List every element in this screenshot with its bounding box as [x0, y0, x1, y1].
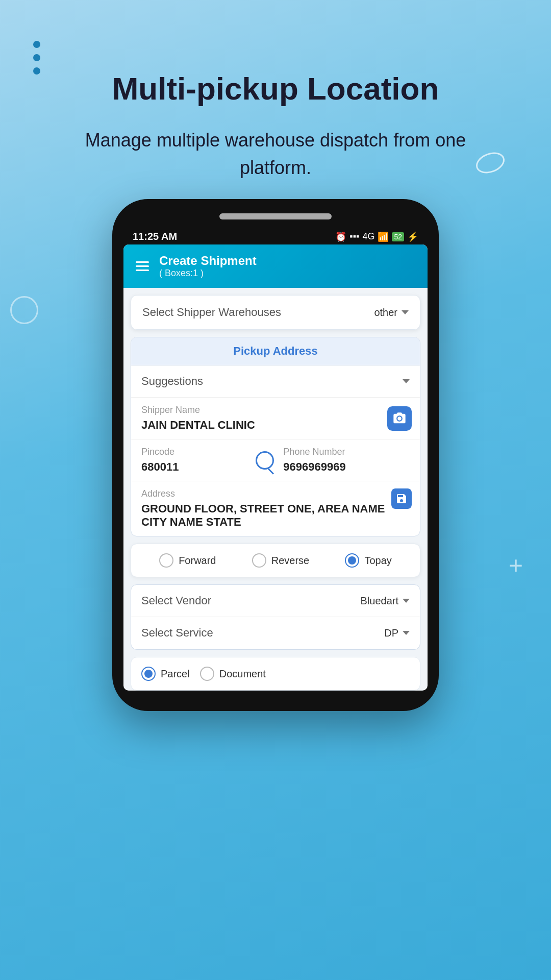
status-icons: ⏰ ▪▪▪ 4G 📶 52 ⚡: [335, 231, 418, 242]
address-value[interactable]: GROUND FLOOR, STREET ONE, AREA NAME CITY…: [141, 502, 410, 529]
phone-number-value[interactable]: 9696969969: [283, 460, 410, 474]
plus-decoration: +: [509, 551, 523, 579]
forward-option[interactable]: Forward: [159, 553, 216, 568]
suggestions-label: Suggestions: [141, 375, 203, 388]
battery-indicator: 52: [392, 232, 404, 241]
document-radio[interactable]: [200, 667, 214, 681]
reverse-option[interactable]: Reverse: [252, 553, 309, 568]
phone-block: Phone Number 9696969969: [283, 447, 410, 474]
search-icon[interactable]: [256, 451, 274, 470]
parcel-radio-fill: [144, 670, 153, 678]
camera-button[interactable]: [387, 406, 412, 431]
topay-option[interactable]: Topay: [345, 553, 391, 568]
pickup-address-section: Pickup Address Suggestions Shipper Name …: [131, 337, 420, 536]
page-title: Multi-pickup Location: [0, 71, 551, 106]
shipper-name-value: JAIN DENTAL CLINIC: [141, 419, 410, 432]
status-time: 11:25 AM: [133, 231, 177, 242]
header-title: Create Shipment: [159, 254, 257, 268]
alarm-icon: ⏰: [335, 231, 346, 242]
vendor-row[interactable]: Select Vendor Bluedart: [131, 585, 420, 617]
pincode-value[interactable]: 680011: [141, 460, 246, 474]
warehouse-select-value: other: [374, 307, 409, 318]
signal-icon: 4G: [362, 231, 374, 242]
topay-radio-fill: [348, 556, 356, 565]
parcel-type-row: Parcel Document: [131, 657, 420, 691]
header-title-block: Create Shipment ( Boxes:1 ): [159, 254, 257, 279]
shipment-type-row: Forward Reverse Topay: [131, 544, 420, 577]
address-label: Address: [141, 488, 410, 499]
header-subtitle: ( Boxes:1 ): [159, 268, 257, 279]
vendor-section: Select Vendor Bluedart Select Service DP: [131, 584, 420, 650]
warehouse-dropdown-chevron[interactable]: [402, 310, 409, 314]
document-label: Document: [219, 668, 266, 680]
warehouse-select-card[interactable]: Select Shipper Warehouses other: [131, 295, 420, 330]
address-row: Address GROUND FLOOR, STREET ONE, AREA N…: [131, 481, 420, 536]
warehouse-selected-option: other: [374, 307, 397, 318]
pincode-label: Pincode: [141, 447, 246, 457]
content-area: Select Shipper Warehouses other Pickup A…: [123, 295, 428, 691]
service-selected: DP: [384, 627, 398, 639]
topay-radio[interactable]: [345, 553, 359, 568]
phone-mockup: 11:25 AM ⏰ ▪▪▪ 4G 📶 52 ⚡ Create Ship: [112, 199, 439, 711]
camera-icon: [392, 411, 407, 426]
status-bar: 11:25 AM ⏰ ▪▪▪ 4G 📶 52 ⚡: [123, 229, 428, 244]
forward-label: Forward: [179, 555, 216, 567]
forward-radio[interactable]: [159, 553, 173, 568]
phone-notch: [219, 213, 332, 219]
reverse-label: Reverse: [271, 555, 309, 567]
service-row[interactable]: Select Service DP: [131, 617, 420, 649]
phone-number-label: Phone Number: [283, 447, 410, 457]
top-dots-decoration: [33, 41, 40, 75]
page-subtitle: Manage multiple warehouse dispatch from …: [0, 127, 551, 182]
suggestions-row[interactable]: Suggestions: [131, 365, 420, 398]
pincode-phone-row: Pincode 680011 Phone Number 9696969969: [131, 439, 420, 481]
suggestions-dropdown-chevron[interactable]: [403, 379, 410, 383]
vendor-selected: Bluedart: [361, 595, 399, 607]
service-select-label: Select Service: [141, 626, 213, 640]
warehouse-select-label: Select Shipper Warehouses: [142, 306, 281, 319]
shipper-name-label: Shipper Name: [141, 405, 410, 415]
wifi-icon: 📶: [378, 231, 389, 242]
charging-icon: ⚡: [407, 231, 418, 242]
app-screen: Create Shipment ( Boxes:1 ) Select Shipp…: [123, 244, 428, 691]
topay-label: Topay: [364, 555, 391, 567]
document-option[interactable]: Document: [200, 667, 266, 681]
vendor-dropdown-chevron[interactable]: [403, 599, 410, 603]
save-icon: [395, 493, 408, 505]
vendor-select-label: Select Vendor: [141, 594, 211, 607]
reverse-radio[interactable]: [252, 553, 266, 568]
pincode-block: Pincode 680011: [141, 447, 246, 474]
circle-decoration: [10, 296, 38, 324]
vendor-select-value: Bluedart: [361, 595, 410, 607]
save-button[interactable]: [391, 488, 412, 509]
parcel-label: Parcel: [161, 668, 190, 680]
hamburger-menu-icon[interactable]: [136, 261, 149, 271]
shipper-name-row: Shipper Name JAIN DENTAL CLINIC: [131, 398, 420, 439]
parcel-radio[interactable]: [141, 667, 156, 681]
app-header: Create Shipment ( Boxes:1 ): [123, 244, 428, 288]
service-dropdown-chevron[interactable]: [403, 631, 410, 635]
message-icons: ▪▪▪: [349, 231, 359, 242]
service-select-value: DP: [384, 627, 410, 639]
pickup-address-header: Pickup Address: [131, 337, 420, 365]
parcel-option[interactable]: Parcel: [141, 667, 190, 681]
search-icon-block[interactable]: [256, 451, 274, 470]
